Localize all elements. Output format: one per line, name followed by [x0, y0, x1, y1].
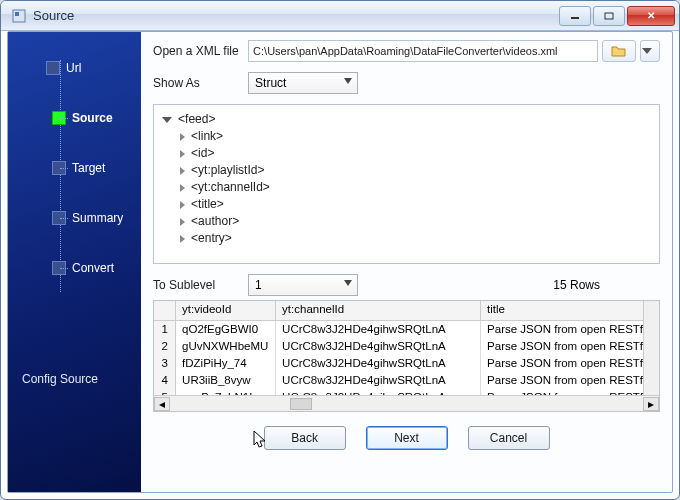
scroll-left-arrow[interactable]: ◂: [154, 397, 170, 411]
cell[interactable]: UCrC8w3J2HDe4gihwSRQtLnA: [276, 338, 481, 355]
expand-icon[interactable]: [180, 133, 185, 141]
wizard-sidebar: Url Source Target Summary Convert: [8, 32, 141, 492]
file-path-text: C:\Users\pan\AppData\Roaming\DataFileCon…: [253, 45, 557, 57]
step-label: Convert: [72, 261, 114, 275]
tree-node[interactable]: <id>: [180, 145, 651, 162]
tree-node-label: <yt:channelId>: [191, 179, 270, 196]
cell[interactable]: UR3iiB_8vyw: [176, 372, 276, 389]
tree-node-label: <yt:playlistId>: [191, 162, 264, 179]
step-url[interactable]: Url: [8, 58, 141, 78]
expand-icon[interactable]: [180, 218, 185, 226]
scroll-track[interactable]: [170, 397, 643, 411]
vertical-scrollbar[interactable]: [643, 301, 659, 395]
tree-node-root[interactable]: <feed>: [162, 111, 651, 128]
app-window: Source ✕ Url Source Target: [0, 0, 680, 500]
cell[interactable]: Parse JSON from open RESTful: [481, 355, 659, 372]
browse-dropdown-button[interactable]: [640, 40, 660, 62]
chevron-down-icon: [344, 78, 352, 84]
close-button[interactable]: ✕: [627, 6, 675, 26]
titlebar[interactable]: Source ✕: [1, 1, 679, 31]
cell[interactable]: UCrC8w3J2HDe4gihwSRQtLnA: [276, 355, 481, 372]
sublevel-value: 1: [255, 278, 262, 292]
table-row[interactable]: 3fDZiPiHy_74UCrC8w3J2HDe4gihwSRQtLnAPars…: [154, 355, 659, 372]
cell[interactable]: gUvNXWHbeMU: [176, 338, 276, 355]
expand-icon[interactable]: [180, 150, 185, 158]
tree-node-label: <title>: [191, 196, 224, 213]
step-label: Target: [72, 161, 105, 175]
open-folder-icon: [611, 44, 627, 58]
tree-node-label: <link>: [191, 128, 223, 145]
browse-file-button[interactable]: [602, 40, 636, 62]
row-index: 3: [154, 355, 176, 372]
tree-node[interactable]: <title>: [180, 196, 651, 213]
column-header[interactable]: yt:channelId: [276, 301, 481, 320]
sublevel-select[interactable]: 1: [248, 274, 358, 296]
rows-count-label: 15 Rows: [553, 278, 600, 292]
scroll-thumb[interactable]: [290, 398, 312, 410]
next-button[interactable]: Next: [366, 426, 448, 450]
grid-corner: [154, 301, 176, 320]
expand-collapse-icon[interactable]: [162, 117, 172, 123]
row-index: 1: [154, 321, 176, 338]
expand-icon[interactable]: [180, 201, 185, 209]
table-row[interactable]: 4UR3iiB_8vywUCrC8w3J2HDe4gihwSRQtLnAPars…: [154, 372, 659, 389]
open-file-label: Open a XML file: [153, 44, 248, 58]
horizontal-scrollbar[interactable]: ◂ ▸: [154, 395, 659, 411]
cell[interactable]: Parse JSON from open RESTful: [481, 338, 659, 355]
content: Url Source Target Summary Convert: [7, 31, 673, 493]
minimize-button[interactable]: [559, 6, 591, 26]
expand-icon[interactable]: [180, 184, 185, 192]
tree-node[interactable]: <link>: [180, 128, 651, 145]
main-panel: Open a XML file C:\Users\pan\AppData\Roa…: [141, 32, 672, 492]
xml-tree-view[interactable]: <feed> <link> <id> <yt:playlistId> <yt:c…: [153, 104, 660, 264]
column-header[interactable]: yt:videoId: [176, 301, 276, 320]
step-label: Url: [66, 61, 81, 75]
show-as-select[interactable]: Struct: [248, 72, 358, 94]
step-target[interactable]: Target: [8, 158, 141, 178]
row-index: 4: [154, 372, 176, 389]
tree-node[interactable]: <author>: [180, 213, 651, 230]
back-button[interactable]: Back: [264, 426, 346, 450]
cell[interactable]: Parse JSON from open RESTful: [481, 372, 659, 389]
tree-node-label: <feed>: [178, 111, 215, 128]
table-row[interactable]: 2gUvNXWHbeMUUCrC8w3J2HDe4gihwSRQtLnAPars…: [154, 338, 659, 355]
column-header[interactable]: title: [481, 301, 659, 320]
tree-node[interactable]: <yt:playlistId>: [180, 162, 651, 179]
step-source[interactable]: Source: [8, 108, 141, 128]
step-convert[interactable]: Convert: [8, 258, 141, 278]
cell[interactable]: fDZiPiHy_74: [176, 355, 276, 372]
app-icon: [11, 8, 27, 24]
step-box-icon: [46, 61, 60, 75]
cell[interactable]: qO2fEgGBWI0: [176, 321, 276, 338]
step-summary[interactable]: Summary: [8, 208, 141, 228]
cell[interactable]: UCrC8w3J2HDe4gihwSRQtLnA: [276, 372, 481, 389]
cancel-button[interactable]: Cancel: [468, 426, 550, 450]
maximize-button[interactable]: [593, 6, 625, 26]
to-sublevel-label: To Sublevel: [153, 278, 248, 292]
grid-header: yt:videoId yt:channelId title: [154, 301, 659, 321]
show-as-value: Struct: [255, 76, 286, 90]
scroll-right-arrow[interactable]: ▸: [643, 397, 659, 411]
svg-rect-1: [15, 12, 19, 16]
step-label: Source: [72, 111, 113, 125]
data-grid[interactable]: yt:videoId yt:channelId title 1qO2fEgGBW…: [153, 300, 660, 412]
row-index: 2: [154, 338, 176, 355]
expand-icon[interactable]: [180, 235, 185, 243]
step-label: Summary: [72, 211, 123, 225]
chevron-down-icon: [344, 280, 352, 286]
show-as-label: Show As: [153, 76, 248, 90]
cell[interactable]: UCrC8w3J2HDe4gihwSRQtLnA: [276, 321, 481, 338]
tree-node-label: <entry>: [191, 230, 232, 247]
cell[interactable]: Parse JSON from open RESTful: [481, 321, 659, 338]
chevron-down-icon: [642, 48, 652, 54]
tree-node-label: <author>: [191, 213, 239, 230]
svg-rect-3: [605, 13, 613, 19]
window-title: Source: [33, 8, 559, 23]
tree-node-label: <id>: [191, 145, 214, 162]
tree-node[interactable]: <entry>: [180, 230, 651, 247]
expand-icon[interactable]: [180, 167, 185, 175]
table-row[interactable]: 1qO2fEgGBWI0UCrC8w3J2HDe4gihwSRQtLnAPars…: [154, 321, 659, 338]
file-path-input[interactable]: C:\Users\pan\AppData\Roaming\DataFileCon…: [248, 40, 598, 62]
config-source-label: Config Source: [22, 372, 98, 386]
tree-node[interactable]: <yt:channelId>: [180, 179, 651, 196]
